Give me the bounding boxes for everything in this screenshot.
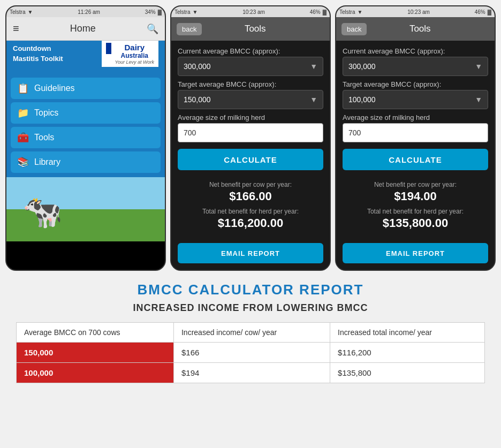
guidelines-icon: 📋 bbox=[17, 82, 29, 94]
search-icon[interactable]: 🔍 bbox=[147, 23, 158, 35]
menu-item-tools[interactable]: 🧰 Tools bbox=[11, 127, 161, 148]
report-subtitle: INCREASED INCOME FROM LOWERING BMCC bbox=[16, 302, 485, 314]
phone2-current-bmcc-value: 300,000 bbox=[184, 62, 211, 71]
phone2-wifi-icon: ▼ bbox=[192, 9, 198, 15]
row1-bmcc: 150,000 bbox=[17, 343, 174, 363]
phone3-dropdown-arrow2: ▼ bbox=[475, 95, 482, 104]
phone2-total-benefit-label: Total net benefit for herd per year: bbox=[178, 208, 323, 215]
phone1-nav-bar: ≡ Home 🔍 bbox=[6, 17, 165, 41]
phone2-target-bmcc-label: Target average BMCC (approx): bbox=[178, 80, 323, 88]
topics-label: Topics bbox=[34, 108, 58, 118]
phone1-battery: 34% bbox=[145, 9, 156, 15]
phone2-target-bmcc-dropdown[interactable]: 150,000 ▼ bbox=[178, 90, 323, 109]
cow-image: 🐄 bbox=[22, 193, 63, 231]
phone3-current-bmcc-dropdown[interactable]: 300,000 ▼ bbox=[343, 57, 488, 76]
phone2-target-bmcc-group: Target average BMCC (approx): 150,000 ▼ bbox=[178, 80, 323, 109]
hamburger-icon[interactable]: ≡ bbox=[13, 22, 19, 35]
phone2-current-bmcc-group: Current average BMCC (approx): 300,000 ▼ bbox=[178, 47, 323, 76]
phone2-email-button[interactable]: EMAIL REPORT bbox=[178, 243, 323, 263]
mastitis-text: Mastitis Toolkit bbox=[13, 54, 63, 64]
phone2-total-benefit-value: $116,200.00 bbox=[178, 216, 323, 230]
phone3-herd-value: 700 bbox=[348, 128, 361, 137]
dairy-text: Dairy bbox=[115, 43, 154, 52]
phone2-results: Net benefit per cow per year: $166.00 To… bbox=[178, 177, 323, 239]
phone3-status-bar: Telstra ▼ 10:23 am 46% ▓ bbox=[336, 6, 495, 17]
phone2-current-bmcc-dropdown[interactable]: 300,000 ▼ bbox=[178, 57, 323, 76]
phone3-dropdown-arrow1: ▼ bbox=[475, 62, 482, 71]
phone1-time: 11:26 am bbox=[78, 9, 100, 15]
phone2-target-bmcc-value: 150,000 bbox=[184, 95, 211, 104]
levy-text: Your Levy at Work bbox=[115, 59, 154, 65]
phone3-net-benefit-value: $194.00 bbox=[343, 189, 488, 203]
phone2-battery: 46% bbox=[310, 9, 321, 15]
phone2-calculate-button[interactable]: CALCULATE bbox=[178, 149, 323, 170]
phone2-herd-value: 700 bbox=[184, 128, 196, 137]
phone3-herd-input[interactable]: 700 bbox=[343, 123, 488, 142]
topics-icon: 📁 bbox=[17, 107, 29, 119]
phone2-status-bar: Telstra ▼ 10:23 am 46% ▓ bbox=[171, 6, 330, 17]
guidelines-label: Guidelines bbox=[34, 83, 75, 93]
phone3-results: Net benefit per cow per year: $194.00 To… bbox=[343, 177, 488, 239]
phone2-back-button[interactable]: back bbox=[177, 23, 202, 35]
dairy-australia-logo: Dairy Australia Your Levy at Work bbox=[102, 41, 158, 67]
phone1-wifi-icon: ▼ bbox=[27, 9, 33, 15]
phone2-herd-group: Average size of milking herd 700 bbox=[178, 113, 323, 142]
logo-ribbon bbox=[106, 43, 111, 65]
phone2-time: 10:23 am bbox=[242, 9, 265, 15]
phone2-net-benefit-value: $166.00 bbox=[178, 189, 323, 203]
phone3-back-button[interactable]: back bbox=[341, 23, 367, 35]
phone2-nav: back Tools bbox=[171, 17, 330, 41]
row2-total-income: $135,800 bbox=[330, 363, 485, 383]
phone1-logo-area: Countdown Mastitis Toolkit Dairy Austral… bbox=[6, 41, 165, 73]
menu-item-library[interactable]: 📚 Library bbox=[11, 151, 161, 173]
countdown-text: Countdown bbox=[13, 44, 63, 54]
menu-item-topics[interactable]: 📁 Topics bbox=[11, 102, 161, 124]
phone1-menu: 📋 Guidelines 📁 Topics 🧰 Tools 📚 Library bbox=[6, 73, 165, 177]
col-header-bmcc: Average BMCC on 700 cows bbox=[17, 323, 174, 343]
tools-icon: 🧰 bbox=[17, 132, 29, 143]
phones-row: Telstra ▼ 11:26 am 34% ▓ ≡ Home 🔍 Countd… bbox=[0, 0, 501, 271]
row2-bmcc: 100,000 bbox=[17, 363, 174, 383]
table-header-row: Average BMCC on 700 cows Increased incom… bbox=[17, 323, 485, 343]
phone3-target-bmcc-value: 100,000 bbox=[348, 95, 376, 104]
phone1-landscape: 🐄 bbox=[6, 177, 165, 241]
tools-label: Tools bbox=[34, 133, 54, 142]
phone2-battery-icon: ▓ bbox=[323, 9, 327, 15]
phone3-battery: 46% bbox=[475, 9, 485, 15]
phone2-tools-title: Tools bbox=[207, 24, 303, 34]
phone3-tools-title: Tools bbox=[372, 24, 468, 34]
col-header-total-income: Increased total income/ year bbox=[330, 323, 485, 343]
library-icon: 📚 bbox=[17, 156, 29, 168]
phone2-current-bmcc-label: Current average BMCC (approx): bbox=[178, 47, 323, 55]
phone3-email-button[interactable]: EMAIL REPORT bbox=[343, 243, 488, 263]
phone3-content: Current average BMCC (approx): 300,000 ▼… bbox=[336, 41, 495, 270]
menu-item-guidelines[interactable]: 📋 Guidelines bbox=[11, 78, 161, 99]
report-section: BMCC CALCULATOR REPORT INCREASED INCOME … bbox=[0, 271, 501, 394]
phone2-net-benefit-label: Net benefit per cow per year: bbox=[178, 181, 323, 188]
phone1-status-bar: Telstra ▼ 11:26 am 34% ▓ bbox=[6, 6, 165, 17]
phone3-current-bmcc-label: Current average BMCC (approx): bbox=[343, 47, 488, 55]
phone3-battery-icon: ▓ bbox=[488, 9, 491, 15]
phone3-calculate-button[interactable]: CALCULATE bbox=[343, 149, 488, 170]
phone3-herd-group: Average size of milking herd 700 bbox=[343, 113, 488, 142]
phone2-carrier: Telstra bbox=[174, 9, 190, 15]
phone3-target-bmcc-label: Target average BMCC (approx): bbox=[343, 80, 488, 88]
phone2-content: Current average BMCC (approx): 300,000 ▼… bbox=[171, 41, 330, 270]
phone1: Telstra ▼ 11:26 am 34% ▓ ≡ Home 🔍 Countd… bbox=[5, 5, 166, 271]
phone3-target-bmcc-dropdown[interactable]: 100,000 ▼ bbox=[343, 90, 488, 109]
col-header-cow-income: Increased income/ cow/ year bbox=[173, 323, 330, 343]
library-label: Library bbox=[34, 157, 60, 167]
row1-cow-income: $166 bbox=[173, 343, 330, 363]
row2-cow-income: $194 bbox=[173, 363, 330, 383]
phone1-carrier: Telstra bbox=[10, 9, 25, 15]
phone3-herd-label: Average size of milking herd bbox=[343, 113, 488, 122]
report-table: Average BMCC on 700 cows Increased incom… bbox=[16, 322, 485, 383]
phone2: Telstra ▼ 10:23 am 46% ▓ back Tools Curr… bbox=[170, 5, 331, 271]
phone2-herd-input[interactable]: 700 bbox=[178, 123, 323, 142]
australia-text: Australia bbox=[115, 52, 154, 59]
phone3-current-bmcc-value: 300,000 bbox=[348, 62, 376, 71]
phone3-total-benefit-label: Total net benefit for herd per year: bbox=[343, 208, 488, 215]
phone3: Telstra ▼ 10:23 am 46% ▓ back Tools Curr… bbox=[335, 5, 496, 271]
phone3-wifi-icon: ▼ bbox=[357, 9, 362, 15]
countdown-label-area: Countdown Mastitis Toolkit bbox=[13, 44, 63, 63]
